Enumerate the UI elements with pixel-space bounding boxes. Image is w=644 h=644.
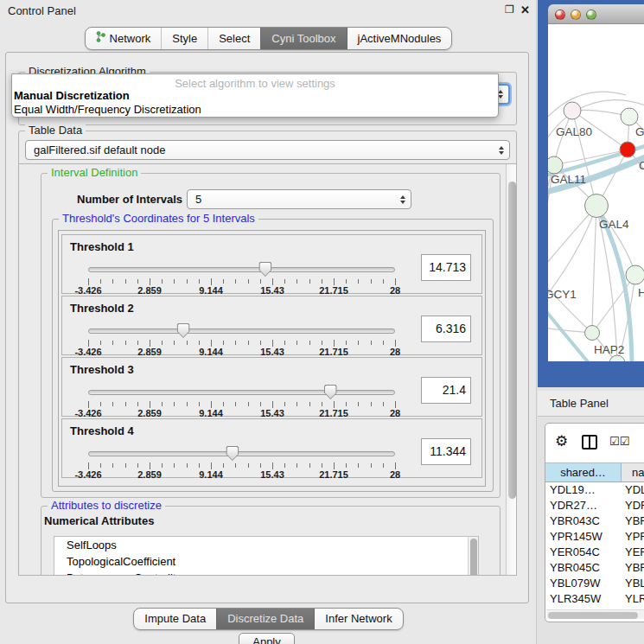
tab-infer-network[interactable]: Infer Network [314, 609, 402, 629]
table-row[interactable]: YPR145WYPR1 [545, 529, 644, 545]
scrollbar-thumb[interactable] [470, 539, 477, 576]
attribute-item-betweennesscentrality[interactable]: BetweennessCentrality [54, 570, 478, 576]
slider-ticks [88, 462, 395, 469]
attribute-item-selfloops[interactable]: SelfLoops [54, 537, 478, 553]
threshold-value-field[interactable]: 11.344 [421, 438, 471, 465]
table-row[interactable]: YBL079WYBL0 [545, 576, 644, 591]
tick-mark [322, 279, 322, 284]
table-row[interactable]: YDR27…YDR2 [545, 498, 644, 513]
mac-minimize-icon[interactable] [571, 10, 581, 20]
number-of-intervals-combobox[interactable]: 5 [187, 189, 411, 209]
slider-handle[interactable] [226, 446, 239, 461]
tick-mark [309, 341, 310, 345]
slider-tick-labels: -3.4262.8599.14415.4321.71528 [88, 285, 395, 296]
tick-mark [162, 463, 163, 468]
table-data-combobox[interactable]: galFiltered.sif default node [25, 140, 510, 160]
network-node[interactable] [548, 156, 563, 174]
threshold-slider[interactable]: -3.4262.8599.14415.4321.71528 [88, 264, 395, 293]
tab-jactivemnodules[interactable]: jActiveMNodules [347, 28, 452, 49]
gear-icon[interactable]: ⚙ [555, 433, 568, 450]
scrollbar-thumb[interactable] [548, 612, 638, 619]
apply-button[interactable]: Apply [239, 633, 295, 644]
table-row[interactable]: YLR345WYLR3 [545, 591, 644, 607]
slider-track[interactable] [88, 328, 395, 334]
network-node[interactable] [626, 265, 644, 284]
slider-handle[interactable] [258, 262, 271, 277]
numerical-attributes-list[interactable]: SelfLoopsTopologicalCoefficientBetweenne… [54, 536, 479, 576]
tick-mark [322, 341, 322, 345]
tick-mark [334, 401, 335, 408]
tab-discretize-data[interactable]: Discretize Data [216, 609, 314, 629]
tick-mark [296, 402, 297, 406]
algorithm-option[interactable]: Equal Width/Frequency Discretization [12, 103, 498, 117]
tick-mark [309, 279, 310, 284]
network-edge[interactable] [548, 206, 596, 275]
settings-scrollbar[interactable] [506, 164, 517, 575]
close-icon[interactable]: ✕ [520, 3, 530, 16]
table-row[interactable]: YDL19…YDL1 [545, 482, 644, 498]
tab-select[interactable]: Select [207, 28, 260, 49]
column-header-shared-name[interactable]: shared… [545, 463, 622, 481]
network-node[interactable] [620, 142, 635, 157]
network-graph[interactable]: GAL80GACGAL11GAL4GCY1HHAP2 [548, 24, 644, 361]
network-window-titlebar[interactable] [548, 4, 644, 24]
tick-mark [235, 341, 236, 345]
threshold-value-field[interactable]: 14.713 [421, 254, 471, 281]
network-node[interactable] [621, 108, 638, 125]
slider-track[interactable] [88, 267, 395, 272]
slider-handle[interactable] [177, 323, 190, 338]
network-node[interactable] [585, 194, 609, 218]
tick-mark [346, 279, 347, 284]
columns-icon[interactable] [582, 435, 597, 450]
checkbox-icons[interactable]: ☑☑ [609, 435, 629, 448]
slider-handle[interactable] [324, 385, 337, 399]
network-node[interactable] [585, 326, 600, 341]
threshold-label: Threshold 2 [70, 302, 134, 315]
tick-mark [248, 463, 249, 468]
cell-name: YDR2 [622, 498, 644, 513]
table-row[interactable]: YER054CYER0 [545, 545, 644, 560]
tick-mark [358, 341, 359, 345]
tick-mark [235, 402, 236, 406]
mac-zoom-icon[interactable] [586, 10, 596, 20]
network-node[interactable] [564, 102, 581, 119]
threshold-value-field[interactable]: 6.316 [421, 316, 471, 342]
tab-impute-data[interactable]: Impute Data [134, 609, 216, 629]
threshold-slider[interactable]: -3.4262.8599.14415.4321.71528 [88, 386, 395, 416]
tick-label: 15.43 [260, 469, 284, 480]
tab-network[interactable]: Network [86, 28, 162, 49]
network-canvas[interactable]: GAL80GACGAL11GAL4GCY1HHAP2 [548, 24, 644, 361]
combo-arrows-icon [400, 195, 405, 204]
float-icon[interactable]: ❐ [505, 3, 514, 16]
table-row[interactable]: YBR045CYBR0 [545, 560, 644, 576]
attributes-scrollbar[interactable] [468, 537, 478, 576]
table-hscrollbar[interactable] [546, 609, 644, 619]
mac-close-icon[interactable] [555, 10, 565, 20]
slider-ticks [88, 400, 395, 408]
tick-mark [199, 279, 200, 284]
threshold-slider[interactable]: -3.4262.8599.14415.4321.71528 [88, 325, 395, 354]
tick-label: 21.715 [319, 469, 348, 480]
tick-mark [199, 341, 200, 345]
tab-style[interactable]: Style [161, 28, 207, 49]
table-row[interactable]: YBR043CYBR0 [545, 513, 644, 529]
tick-mark [395, 340, 396, 347]
threshold-value-field[interactable]: 21.4 [421, 377, 471, 404]
tick-mark [296, 463, 297, 468]
tick-mark [358, 279, 359, 284]
column-header-name[interactable]: na [622, 463, 644, 481]
algorithm-option[interactable]: Manual Discretization [12, 89, 498, 103]
slider-track[interactable] [88, 451, 395, 456]
tick-mark [346, 341, 347, 345]
slider-track[interactable] [88, 390, 395, 395]
scrollbar-thumb[interactable] [508, 182, 516, 499]
cell-name: YBL0 [622, 576, 644, 591]
attribute-item-topologicalcoefficient[interactable]: TopologicalCoefficient [54, 553, 478, 570]
tick-mark [334, 278, 335, 285]
tab-cyni-toolbox[interactable]: Cyni Toolbox [260, 28, 346, 49]
tick-mark [112, 279, 113, 284]
threshold-slider[interactable]: -3.4262.8599.14415.4321.71528 [88, 448, 395, 477]
network-edge[interactable] [592, 206, 596, 331]
tick-mark [371, 463, 372, 468]
tick-mark [309, 402, 310, 406]
